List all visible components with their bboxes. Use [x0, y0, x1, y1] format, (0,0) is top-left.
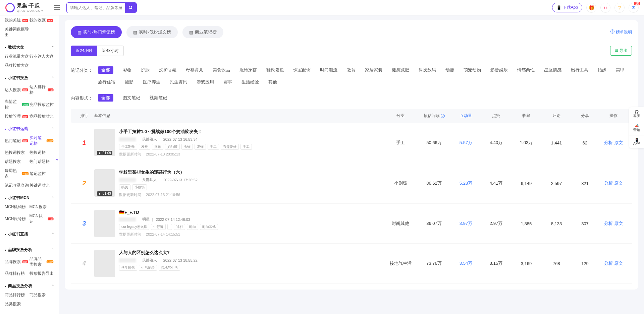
- sidebar-top-link[interactable]: 我的关注Hot: [5, 17, 30, 23]
- filter-option[interactable]: 护肤: [141, 66, 150, 74]
- collapse-sidebar-icon[interactable]: «: [56, 157, 58, 162]
- download-app-button[interactable]: 📱下载App: [552, 3, 582, 12]
- filter-option[interactable]: 图文笔记: [123, 94, 140, 102]
- sidebar-link[interactable]: 话题搜索: [5, 159, 30, 165]
- filter-option[interactable]: 全部: [98, 94, 113, 102]
- source-link[interactable]: 原文: [614, 140, 623, 145]
- time-range-button[interactable]: 近24小时: [71, 46, 97, 56]
- filter-option[interactable]: 旅行住宿: [98, 78, 115, 86]
- sidebar-link[interactable]: 商品排行榜: [5, 292, 30, 296]
- note-thumbnail[interactable]: [94, 210, 115, 237]
- sort-interaction[interactable]: 互动量: [451, 113, 481, 119]
- cell-interaction[interactable]: 5.57万: [451, 140, 481, 146]
- note-tag[interactable]: 手工: [208, 144, 219, 150]
- filter-option[interactable]: 鞋靴箱包: [266, 66, 284, 74]
- info-icon[interactable]: ?: [441, 114, 445, 118]
- filter-option[interactable]: 动漫: [445, 66, 454, 74]
- cell-interaction[interactable]: 3.54万: [451, 260, 481, 266]
- search-input[interactable]: [67, 3, 125, 12]
- source-link[interactable]: 原文: [614, 261, 623, 266]
- note-tag[interactable]: [167, 224, 172, 230]
- filter-option[interactable]: 婚嫁: [598, 66, 606, 74]
- sidebar-link[interactable]: 行业达人大盘: [30, 54, 54, 59]
- filter-option[interactable]: 珠宝配饰: [293, 66, 311, 74]
- sidebar-link[interactable]: 热门话题榜: [30, 159, 54, 165]
- tab-pill[interactable]: ▤商业笔记榜: [182, 26, 223, 38]
- filter-option[interactable]: 全部: [98, 66, 113, 74]
- sidebar-link[interactable]: MCN机构榜: [5, 204, 30, 210]
- filter-option[interactable]: 视频笔记: [150, 94, 167, 102]
- note-tag[interactable]: our legacy怎么样: [119, 224, 149, 230]
- sidebar-link[interactable]: 笔记监控: [30, 168, 54, 179]
- note-tag[interactable]: 发夹: [139, 144, 150, 150]
- export-button[interactable]: ▦导出: [610, 46, 632, 56]
- note-tag[interactable]: 手工制作: [119, 144, 137, 150]
- filter-option[interactable]: 赛事: [223, 78, 232, 86]
- source-link[interactable]: 原文: [614, 221, 623, 226]
- sidebar-link[interactable]: 品牌搜索Hot: [5, 256, 30, 267]
- search-button[interactable]: [125, 3, 137, 13]
- sidebar-link[interactable]: 实时笔记榜New: [30, 135, 54, 146]
- sidebar-link[interactable]: 关键词对比: [30, 183, 54, 188]
- sidebar-link[interactable]: 竞品投放监控: [30, 99, 54, 110]
- filter-option[interactable]: 健身减肥: [392, 66, 409, 74]
- sidebar-link[interactable]: MCN账号榜: [5, 213, 30, 225]
- filter-option[interactable]: 民生资讯: [170, 78, 187, 86]
- rail-service[interactable]: 🎧客服: [629, 107, 644, 121]
- help-icon[interactable]: ?: [614, 3, 625, 13]
- analyze-link[interactable]: 分析: [604, 261, 613, 266]
- cell-interaction[interactable]: 3.97万: [451, 221, 481, 227]
- filter-option[interactable]: 医疗养生: [143, 78, 160, 86]
- tab-pill[interactable]: ▤实时-低粉爆文榜: [126, 26, 177, 38]
- note-title[interactable]: 🇩🇪●_●.TD: [119, 210, 384, 215]
- sidebar-link[interactable]: 投放报告导出: [30, 271, 54, 276]
- sidebar-link[interactable]: 达人搜索Hot: [5, 84, 30, 96]
- note-tag[interactable]: 牛仔裤: [151, 224, 166, 230]
- sidebar-link[interactable]: 品牌排行榜: [5, 271, 30, 276]
- analyze-link[interactable]: 分析: [604, 181, 613, 186]
- filter-option[interactable]: 其他: [268, 78, 277, 86]
- analyze-link[interactable]: 分析: [604, 221, 613, 226]
- filter-option[interactable]: 母婴育儿: [186, 66, 203, 74]
- filter-option[interactable]: 星座情感: [544, 66, 561, 74]
- filter-option[interactable]: 时尚潮流: [320, 66, 337, 74]
- filter-option[interactable]: 家居家装: [365, 66, 382, 74]
- note-tag[interactable]: 摆摊: [152, 144, 163, 150]
- note-tag[interactable]: 学生时代: [119, 265, 137, 271]
- sidebar-section-title[interactable]: ▪小红书投放⌃: [5, 72, 54, 84]
- sidebar-section-title[interactable]: ▪小红书直播⌃: [5, 228, 54, 240]
- sidebar-link[interactable]: 投放管理Hot: [5, 114, 30, 119]
- note-tag[interactable]: 手工: [240, 144, 252, 150]
- filter-option[interactable]: 萌宠动物: [464, 66, 481, 74]
- sidebar-link[interactable]: 舆情监控Beta: [5, 99, 30, 110]
- sidebar-link[interactable]: 商品搜索: [30, 292, 54, 296]
- note-tag[interactable]: 搞笑: [119, 184, 130, 190]
- logo[interactable]: 果集·千瓜 QIAN-GUA.COM: [5, 3, 44, 12]
- sidebar-top-link[interactable]: 关键词数据导出: [5, 26, 30, 38]
- note-thumbnail[interactable]: ⏵ 01:09: [94, 129, 115, 156]
- note-tag[interactable]: 衬衫: [174, 224, 185, 230]
- gift-icon[interactable]: 🎁: [586, 3, 596, 13]
- sidebar-link[interactable]: MCN搜索: [30, 204, 54, 210]
- sidebar-link[interactable]: 竞品投放对比: [30, 114, 54, 119]
- filter-option[interactable]: 科技数码: [419, 66, 436, 74]
- note-tag[interactable]: 头饰: [181, 144, 193, 150]
- filter-option[interactable]: 美甲: [616, 66, 625, 74]
- sidebar-section-title[interactable]: ▪小红书运营⌃: [5, 123, 54, 135]
- note-tag[interactable]: 接地气生活: [159, 265, 180, 271]
- sidebar-link[interactable]: 品牌品类搜索New: [30, 256, 54, 267]
- note-tag[interactable]: 时尚: [187, 224, 198, 230]
- note-tag[interactable]: 小剧场: [132, 184, 147, 190]
- message-icon[interactable]: ✉10: [629, 3, 639, 13]
- sidebar-link[interactable]: 达人排行榜Hot: [30, 84, 54, 96]
- sidebar-link[interactable]: MCN认证Hot: [30, 213, 54, 225]
- filter-option[interactable]: 洗护香氛: [159, 66, 176, 74]
- sidebar-link[interactable]: 品牌投放大盘: [5, 63, 30, 68]
- filter-option[interactable]: 教育: [347, 66, 356, 74]
- note-tag[interactable]: 奶油胶: [165, 144, 180, 150]
- sidebar-link[interactable]: 行业流量大盘: [5, 54, 30, 59]
- note-thumbnail[interactable]: ⏵ 01:43: [94, 169, 115, 197]
- sidebar-section-title[interactable]: ▪商品投放分析⌃: [5, 280, 54, 292]
- sidebar-link[interactable]: 热门笔记Hot: [5, 135, 30, 146]
- sidebar-top-link[interactable]: 我的收藏Hot: [30, 17, 54, 23]
